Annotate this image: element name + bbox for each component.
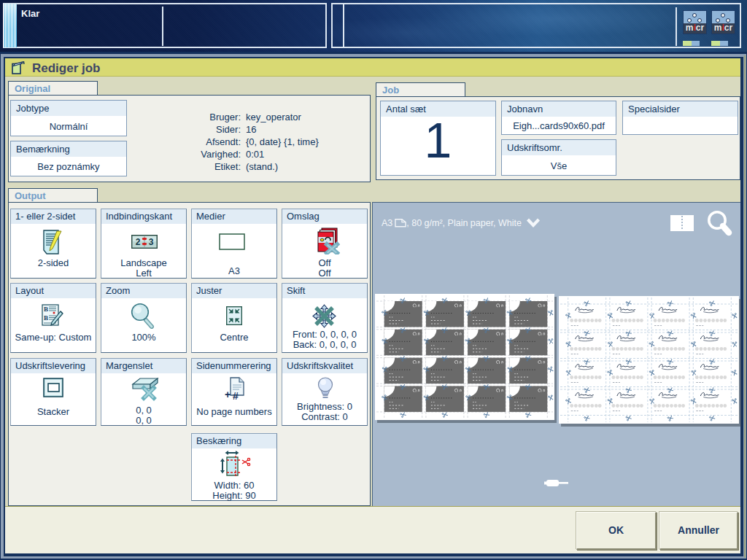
- svg-text:B: B: [44, 306, 48, 313]
- svg-text:#: #: [233, 390, 239, 400]
- svg-text:2: 2: [136, 237, 141, 247]
- svg-text:B: B: [44, 314, 48, 322]
- svg-text:3: 3: [149, 237, 154, 247]
- svg-text:+: +: [225, 389, 231, 400]
